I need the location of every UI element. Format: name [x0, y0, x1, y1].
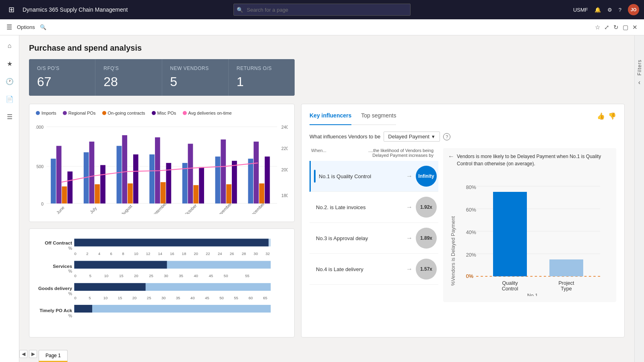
close-icon[interactable]: ✕: [632, 24, 638, 31]
filter-chevron-icon[interactable]: ‹: [638, 79, 640, 86]
prev-page-btn[interactable]: ◀: [19, 350, 27, 358]
svg-text:1800: 1800: [281, 193, 288, 198]
sidebar-home-icon[interactable]: ⌂: [2, 39, 17, 53]
influencer-label-2: No.3 is Approval delay: [316, 235, 403, 241]
back-arrow-icon[interactable]: ←: [448, 153, 454, 160]
svg-rect-35: [254, 142, 259, 204]
question-text: What influences Vendors to be: [310, 134, 380, 140]
svg-text:0: 0: [41, 202, 43, 206]
svg-text:%Vendors is Delayed Payment: %Vendors is Delayed Payment: [450, 216, 456, 286]
panel-tabs: Key influencers Top segments: [310, 112, 396, 125]
main-layout: ⌂ ★ 🕐 📄 ☰ Purchase and spend analysis O/…: [0, 35, 644, 362]
toolbar-search-icon[interactable]: 🔍: [40, 24, 46, 30]
grid-menu-icon[interactable]: ⊞: [5, 5, 18, 14]
svg-rect-12: [62, 186, 67, 203]
svg-text:20: 20: [132, 296, 137, 300]
svg-text:4: 4: [98, 251, 101, 256]
svg-rect-27: [188, 144, 193, 204]
svg-text:15: 15: [118, 296, 122, 300]
svg-text:Timely PO Ack: Timely PO Ack: [39, 308, 72, 313]
svg-text:5: 5: [89, 296, 91, 300]
sidebar-list-icon[interactable]: ☰: [2, 109, 17, 124]
influencer-bubble-1: 1.92x: [416, 197, 437, 218]
kpi-tile-1[interactable]: RFQ's 28: [95, 59, 162, 96]
thumbs-down-icon[interactable]: 👎: [608, 112, 616, 120]
panel-actions: 👍 👎: [597, 112, 616, 120]
tab-key-influencers[interactable]: Key influencers: [310, 112, 351, 125]
influencer-row-3[interactable]: No.4 is Late delivery → 1.57x: [310, 254, 438, 285]
svg-text:0: 0: [74, 274, 76, 278]
influencer-list: When... ....the likelihood of Vendors be…: [310, 148, 438, 302]
svg-text:16: 16: [170, 251, 174, 256]
influencer-row-2[interactable]: No.3 is Approval delay → 1.89x: [310, 223, 438, 254]
sidebar-clock-icon[interactable]: 🕐: [2, 74, 17, 88]
right-filter-panel[interactable]: Filters ‹: [634, 35, 644, 362]
influencer-row-0[interactable]: No.1 is Quality Control → Infinity: [310, 161, 438, 192]
svg-text:2000: 2000: [281, 167, 288, 172]
influencer-indicator-0: [314, 170, 316, 183]
options-label: Options: [17, 24, 35, 30]
svg-text:10: 10: [103, 296, 108, 300]
svg-rect-37: [265, 156, 270, 204]
svg-text:Off Contract: Off Contract: [45, 241, 72, 246]
svg-text:%: %: [68, 269, 72, 274]
help-icon[interactable]: ?: [619, 7, 621, 13]
influencer-row-1[interactable]: No.2. is Late invoices → 1.92x: [310, 192, 438, 223]
svg-text:2: 2: [86, 251, 88, 256]
right-panel: Key influencers Top segments 👍 👎 What in…: [301, 104, 625, 337]
kpi-value-3: 1: [237, 74, 287, 89]
expand-icon[interactable]: ⤢: [604, 24, 609, 31]
kpi-tile-3[interactable]: Returns O/S 1: [229, 59, 295, 96]
svg-text:50: 50: [219, 296, 224, 300]
svg-rect-18: [117, 146, 122, 204]
svg-text:Control: Control: [502, 286, 518, 292]
svg-rect-15: [89, 142, 95, 204]
refresh-icon[interactable]: ↻: [613, 24, 619, 31]
nav-right-actions: USMF 🔔 ⚙ ? JO: [573, 4, 639, 15]
kpi-label-1: RFQ's: [103, 66, 153, 71]
delayed-payment-dropdown[interactable]: Delayed Payment ▾: [384, 132, 440, 142]
svg-text:October: October: [184, 203, 198, 214]
svg-text:22: 22: [206, 251, 210, 256]
kpi-tile-2[interactable]: New Vendors 5: [162, 59, 229, 96]
notification-icon[interactable]: 🔔: [594, 7, 601, 13]
sidebar-doc-icon[interactable]: 📄: [2, 92, 17, 106]
filters-label: Filters: [637, 60, 642, 76]
svg-text:40: 40: [194, 274, 198, 278]
kpi-tile-0[interactable]: O/S PO's 67: [29, 59, 95, 96]
page-tab-1[interactable]: Page 1: [39, 350, 68, 362]
thumbs-up-icon[interactable]: 👍: [597, 112, 605, 120]
svg-rect-118: [549, 259, 583, 276]
svg-text:18: 18: [182, 251, 186, 256]
svg-rect-104: [74, 305, 92, 313]
hamburger-icon[interactable]: ☰: [6, 23, 12, 31]
charts-row: Imports Regional POs On-going contracts: [29, 104, 625, 337]
favorite-icon[interactable]: ☆: [595, 24, 600, 31]
svg-text:15: 15: [119, 274, 124, 278]
svg-rect-86: [74, 283, 145, 291]
svg-text:Goods delivery: Goods delivery: [38, 286, 72, 291]
svg-text:20: 20: [194, 251, 198, 256]
svg-text:45: 45: [209, 274, 213, 278]
tab-top-segments[interactable]: Top segments: [361, 112, 396, 121]
user-avatar[interactable]: JO: [628, 4, 639, 15]
svg-rect-17: [100, 165, 105, 203]
svg-text:65: 65: [263, 296, 267, 300]
maximize-icon[interactable]: ▢: [623, 24, 628, 31]
svg-text:0: 0: [74, 296, 76, 300]
question-mark-btn[interactable]: ?: [443, 133, 450, 140]
panel-question: What influences Vendors to be Delayed Pa…: [310, 132, 616, 142]
svg-text:2200: 2200: [281, 146, 288, 151]
legend-label-regional: Regional POs: [68, 111, 96, 115]
kpi-value-2: 5: [170, 74, 220, 89]
legend-imports: Imports: [36, 111, 56, 115]
svg-text:24: 24: [218, 251, 222, 256]
settings-icon[interactable]: ⚙: [607, 7, 612, 13]
search-input[interactable]: [233, 4, 411, 16]
horiz-bar-svg: Off Contract % 0 2 4 6 8 10 12 14 16: [36, 235, 288, 329]
next-page-btn[interactable]: ▶: [29, 350, 37, 358]
svg-rect-28: [194, 185, 199, 204]
left-charts: Imports Regional POs On-going contracts: [29, 104, 295, 337]
header-when: When...: [311, 148, 352, 158]
sidebar-star-icon[interactable]: ★: [2, 56, 17, 71]
